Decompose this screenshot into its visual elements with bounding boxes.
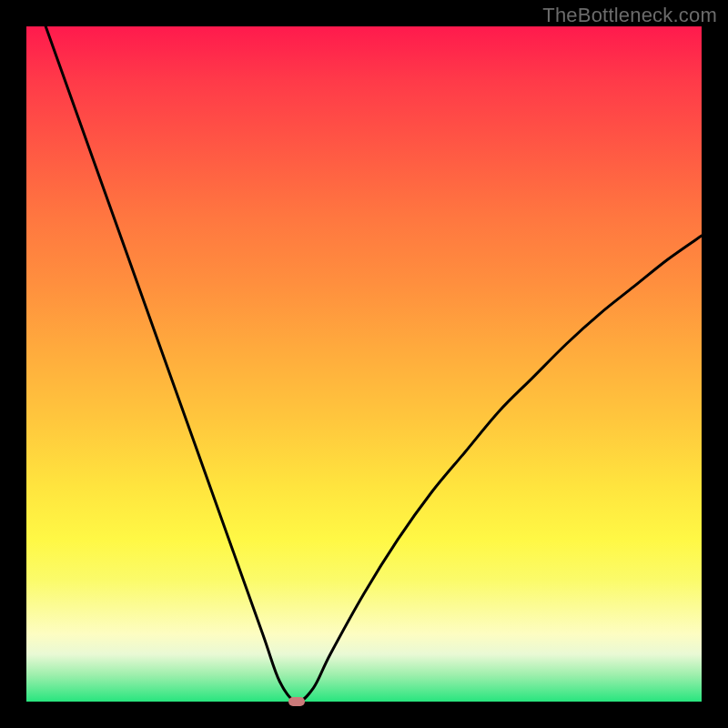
optimum-marker — [288, 697, 305, 706]
watermark-text: TheBottleneck.com — [542, 4, 717, 27]
chart-plot-area — [26, 26, 702, 702]
